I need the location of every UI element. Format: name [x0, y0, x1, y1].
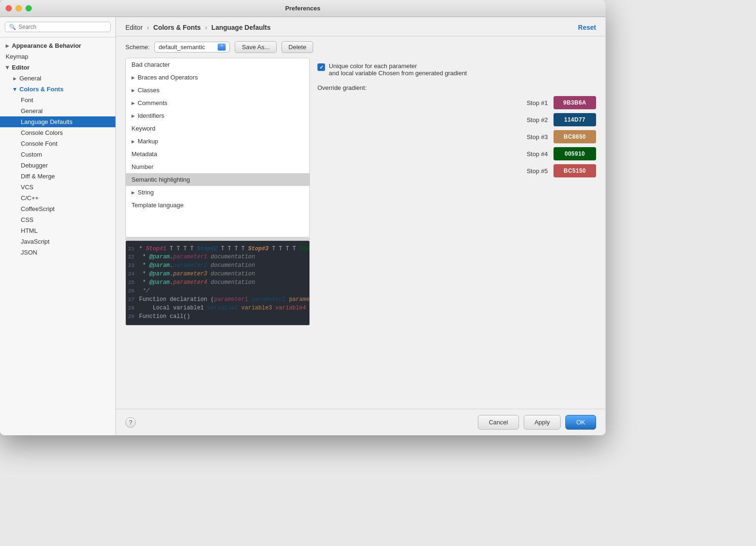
- sidebar-search-area: 🔍: [0, 17, 115, 37]
- sidebar-item-general2[interactable]: General: [0, 106, 115, 116]
- code-line-22: 22 * @param.parameter1 documentation: [126, 253, 309, 262]
- stop-label-5: Stop #5: [524, 167, 548, 175]
- stop-color-1[interactable]: 9B3B6A: [554, 96, 596, 109]
- stop-row-1: Stop #1 9B3B6A: [317, 96, 596, 109]
- breadcrumb: Editor › Colors & Fonts › Language Defau…: [125, 24, 271, 31]
- sidebar-item-json[interactable]: JSON: [0, 247, 115, 258]
- sidebar-item-vcs[interactable]: VCS: [0, 182, 115, 193]
- delete-button[interactable]: Delete: [281, 41, 314, 53]
- save-as-button[interactable]: Save As...: [235, 41, 277, 53]
- scheme-row: Scheme: default_semantic ⌃ Save As... De…: [116, 36, 606, 58]
- minimize-button[interactable]: [16, 5, 22, 11]
- window-title: Preferences: [285, 5, 320, 12]
- sidebar-item-cpp[interactable]: C/C++: [0, 193, 115, 203]
- unique-color-option: Unique color for each parameter and loca…: [317, 60, 596, 79]
- stop-label-2: Stop #2: [524, 116, 548, 123]
- sidebar-item-custom[interactable]: Custom: [0, 149, 115, 160]
- override-gradient-label: Override gradient:: [317, 84, 596, 91]
- scheme-select[interactable]: default_semantic ⌃: [154, 42, 230, 53]
- sidebar-item-coffeescript[interactable]: CoffeeScript: [0, 203, 115, 214]
- main-container: 🔍 ▶ Appearance & Behavior Keymap ▶ Edito…: [0, 17, 606, 435]
- sidebar-item-javascript[interactable]: JavaScript: [0, 236, 115, 247]
- sidebar-item-editor[interactable]: ▶ Editor: [0, 62, 115, 73]
- content-header: Editor › Colors & Fonts › Language Defau…: [116, 17, 606, 36]
- code-line-25: 25 * @param.parameter4 documentation: [126, 279, 309, 287]
- sidebar-item-console-colors[interactable]: Console Colors: [0, 127, 115, 138]
- list-item-comments[interactable]: ▶ Comments: [126, 97, 309, 109]
- window-controls: [6, 5, 32, 11]
- sidebar-item-debugger[interactable]: Debugger: [0, 160, 115, 171]
- list-item-template-language[interactable]: Template language: [126, 199, 309, 211]
- list-item-semantic-highlighting[interactable]: Semantic highlighting: [126, 173, 309, 186]
- list-item-number[interactable]: Number: [126, 160, 309, 173]
- code-line-28: 28 Local variable1 variable2 variable3 v…: [126, 304, 309, 313]
- search-icon: 🔍: [9, 24, 16, 30]
- triangle-icon: ▶: [132, 101, 135, 106]
- stop-color-3[interactable]: BC8650: [554, 130, 596, 143]
- code-line-23: 23 * @param.parameter2 documentation: [126, 262, 309, 270]
- stop-row-5: Stop #5 BC5150: [317, 164, 596, 177]
- stop-row-4: Stop #4 005910: [317, 147, 596, 160]
- sidebar-item-font[interactable]: Font: [0, 95, 115, 106]
- triangle-icon: ▶: [132, 88, 135, 93]
- bottom-bar: ? Cancel Apply OK: [116, 409, 606, 435]
- sidebar-item-appearance[interactable]: ▶ Appearance & Behavior: [0, 40, 115, 51]
- apply-button[interactable]: Apply: [524, 415, 561, 430]
- search-input-wrap[interactable]: 🔍: [5, 22, 111, 32]
- help-button[interactable]: ?: [125, 417, 136, 428]
- scheme-label: Scheme:: [125, 44, 149, 51]
- unique-color-subtitle: Chosen from generated gradient: [378, 70, 467, 77]
- triangle-icon: ▶: [6, 44, 9, 48]
- scheme-value: default_semantic: [158, 44, 205, 51]
- scheme-dropdown-arrow[interactable]: ⌃: [218, 44, 226, 51]
- right-panel: Unique color for each parameter and loca…: [317, 58, 596, 409]
- code-line-26: 26 */: [126, 287, 309, 296]
- stops-grid: Stop #1 9B3B6A Stop #2 114D77 Stop #3: [317, 96, 596, 177]
- list-item-braces-ops[interactable]: ▶ Braces and Operators: [126, 71, 309, 84]
- list-item-identifiers[interactable]: ▶ Identifiers: [126, 109, 309, 122]
- search-input[interactable]: [18, 24, 106, 30]
- triangle-icon: ▶: [13, 76, 17, 81]
- list-item-markup[interactable]: ▶ Markup: [126, 135, 309, 148]
- triangle-icon: ▶: [132, 190, 135, 195]
- stop-label-4: Stop #4: [524, 150, 548, 158]
- list-item-keyword[interactable]: Keyword: [126, 122, 309, 135]
- content-area: Editor › Colors & Fonts › Language Defau…: [116, 17, 606, 435]
- code-preview-panel: 21 * Stop#1 T T T T Stop#2 T T T T Stop#…: [125, 240, 310, 326]
- triangle-icon: ▶: [132, 114, 135, 118]
- list-item-metadata[interactable]: Metadata: [126, 148, 309, 160]
- stop-label-3: Stop #3: [524, 133, 548, 141]
- sidebar-item-keymap[interactable]: Keymap: [0, 51, 115, 62]
- unique-color-checkbox[interactable]: [317, 63, 325, 71]
- sidebar-item-html[interactable]: HTML: [0, 225, 115, 236]
- sidebar-item-list: ▶ Appearance & Behavior Keymap ▶ Editor …: [0, 37, 115, 261]
- stop-color-2[interactable]: 114D77: [554, 113, 596, 126]
- sidebar-item-css[interactable]: CSS: [0, 214, 115, 225]
- triangle-down-icon: ▶: [5, 66, 10, 69]
- ok-button[interactable]: OK: [565, 415, 596, 430]
- stop-row-2: Stop #2 114D77: [317, 113, 596, 126]
- sidebar-item-colors-fonts[interactable]: ▶ Colors & Fonts: [0, 84, 115, 95]
- triangle-icon: ▶: [132, 139, 135, 144]
- list-item-string[interactable]: ▶ String: [126, 186, 309, 199]
- sidebar-item-console-font[interactable]: Console Font: [0, 138, 115, 149]
- maximize-button[interactable]: [26, 5, 32, 11]
- sidebar-item-diff-merge[interactable]: Diff & Merge: [0, 171, 115, 182]
- sidebar: 🔍 ▶ Appearance & Behavior Keymap ▶ Edito…: [0, 17, 116, 435]
- code-line-27: 27 Function declaration (parameter1 para…: [126, 296, 309, 304]
- sidebar-item-general[interactable]: ▶ General: [0, 73, 115, 84]
- triangle-icon: ▶: [132, 75, 135, 80]
- unique-color-description: Unique color for each parameter and loca…: [329, 62, 467, 77]
- reset-button[interactable]: Reset: [578, 24, 596, 31]
- stop-color-5[interactable]: BC5150: [554, 164, 596, 177]
- close-button[interactable]: [6, 5, 12, 11]
- code-line-24: 24 * @param.parameter3 documentation: [126, 270, 309, 279]
- sidebar-item-language-defaults[interactable]: Language Defaults: [0, 116, 115, 127]
- stop-label-1: Stop #1: [524, 99, 548, 106]
- stop-color-4[interactable]: 005910: [554, 147, 596, 160]
- code-line-21: 21 * Stop#1 T T T T Stop#2 T T T T Stop#…: [126, 245, 309, 253]
- two-col-layout: Bad character ▶ Braces and Operators ▶ C…: [116, 58, 606, 409]
- list-item-bad-char[interactable]: Bad character: [126, 58, 309, 71]
- list-item-classes[interactable]: ▶ Classes: [126, 84, 309, 97]
- cancel-button[interactable]: Cancel: [478, 415, 519, 430]
